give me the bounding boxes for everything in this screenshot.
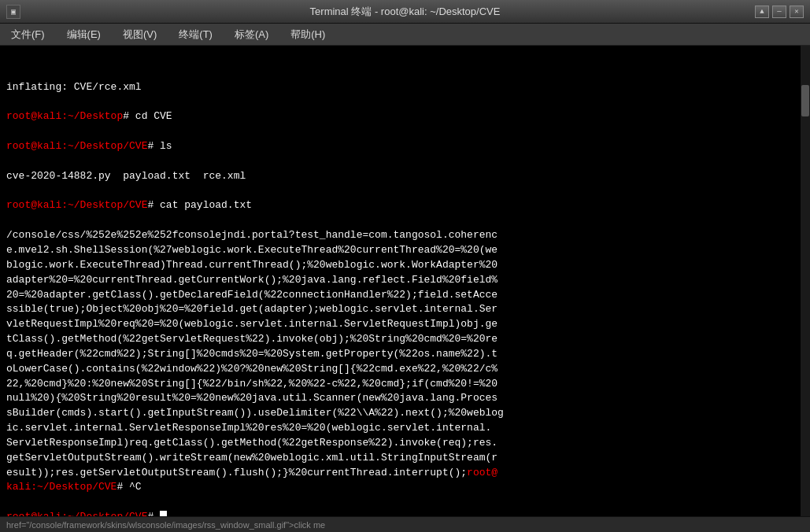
- minimize-button[interactable]: ─: [772, 6, 786, 18]
- menu-edit[interactable]: 编辑(E): [62, 26, 105, 43]
- menubar: 文件(F) 编辑(E) 视图(V) 终端(T) 标签(A) 帮助(H): [0, 24, 810, 46]
- menu-terminal[interactable]: 终端(T): [174, 26, 217, 43]
- menu-file[interactable]: 文件(F): [6, 26, 50, 43]
- terminal-output: inflating: CVE/rce.xml root@kali:~/Deskt…: [6, 50, 804, 516]
- scrollbar[interactable]: [801, 46, 810, 516]
- terminal-body[interactable]: inflating: CVE/rce.xml root@kali:~/Deskt…: [0, 46, 810, 516]
- window-title: Terminal 终端 - root@kali: ~/Desktop/CVE: [310, 5, 501, 19]
- line-payload: /console/css/%252e%252e%252fconsolejndi.…: [6, 228, 804, 495]
- scrollbar-thumb[interactable]: [801, 85, 809, 116]
- close-button[interactable]: ✕: [790, 6, 804, 18]
- line-final-prompt: root@kali:~/Desktop/CVE#: [6, 510, 804, 516]
- menu-view[interactable]: 视图(V): [118, 26, 161, 43]
- titlebar-left: ▣: [6, 5, 20, 19]
- window-icon: ▣: [6, 5, 20, 19]
- line-cat: root@kali:~/Desktop/CVE# cat payload.txt: [6, 198, 804, 213]
- maximize-button[interactable]: ▲: [755, 6, 769, 18]
- line-cd: root@kali:~/Desktop# cd CVE: [6, 109, 804, 124]
- titlebar-buttons: ▲ ─ ✕: [755, 6, 804, 18]
- menu-tabs[interactable]: 标签(A): [230, 26, 273, 43]
- statusbar-text: href="/console/framework/skins/wlsconsol…: [6, 520, 325, 530]
- line-ls: root@kali:~/Desktop/CVE# ls: [6, 139, 804, 154]
- statusbar: href="/console/framework/skins/wlsconsol…: [0, 516, 810, 532]
- terminal-window: ▣ Terminal 终端 - root@kali: ~/Desktop/CVE…: [0, 0, 810, 532]
- menu-help[interactable]: 帮助(H): [286, 26, 330, 43]
- titlebar: ▣ Terminal 终端 - root@kali: ~/Desktop/CVE…: [0, 0, 810, 24]
- line-inflate: inflating: CVE/rce.xml: [6, 80, 804, 95]
- line-ls-output: cve-2020-14882.py payload.txt rce.xml: [6, 169, 804, 184]
